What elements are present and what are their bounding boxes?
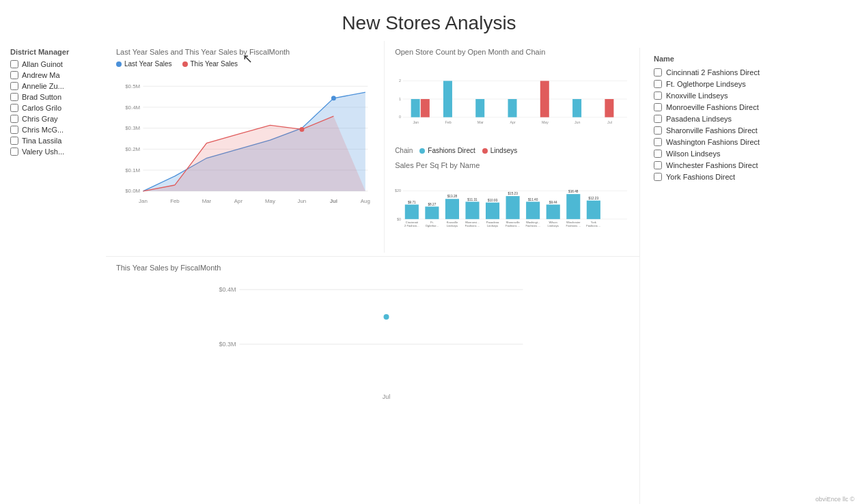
sidebar-item[interactable]: Tina Lassila xyxy=(10,137,99,145)
name-list-checkbox[interactable] xyxy=(654,68,662,76)
svg-text:Sharonville: Sharonville xyxy=(506,221,521,224)
sidebar-checkbox[interactable] xyxy=(10,137,18,145)
sidebar-checkbox[interactable] xyxy=(10,93,18,101)
sidebar-checkbox[interactable] xyxy=(10,148,18,156)
svg-text:$0.3M: $0.3M xyxy=(219,341,236,348)
name-list-title: Name xyxy=(654,55,844,63)
svg-text:Ft.: Ft. xyxy=(430,221,434,224)
sidebar-item[interactable]: Allan Guinot xyxy=(10,60,99,68)
highlight-dot-red xyxy=(299,127,304,132)
name-list-label: Washington Fashions Direct xyxy=(666,138,760,146)
sidebar-item[interactable]: Chris Gray xyxy=(10,115,99,123)
name-list-label: Wilson Lindseys xyxy=(666,150,720,158)
svg-text:Mar: Mar xyxy=(202,198,212,204)
svg-text:$0.3M: $0.3M xyxy=(125,125,140,131)
svg-rect-83 xyxy=(587,201,600,219)
name-list-checkbox[interactable] xyxy=(654,115,662,123)
svg-text:Apr: Apr xyxy=(234,198,243,204)
svg-text:$0.1M: $0.1M xyxy=(125,167,140,173)
sidebar-checkbox[interactable] xyxy=(10,104,18,112)
sidebar-item[interactable]: Carlos Grilo xyxy=(10,104,99,112)
name-list-label: York Fashions Direct xyxy=(666,173,735,181)
svg-text:Jul: Jul xyxy=(330,198,337,204)
name-list-item[interactable]: Pasadena Lindseys xyxy=(654,115,844,123)
svg-text:$0.2M: $0.2M xyxy=(125,146,140,152)
legend-this-year: This Year Sales xyxy=(182,60,238,68)
sidebar-item[interactable]: Chris McG... xyxy=(10,126,99,134)
name-list-checkbox[interactable] xyxy=(654,161,662,169)
sqft-chart-title: Sales Per Sq Ft by Name xyxy=(395,161,629,169)
name-list-item[interactable]: Winchester Fashions Direct xyxy=(654,161,844,169)
chain-legend: Chain Fashions Direct Lindseys xyxy=(395,147,629,154)
bottom-chart-svg: $0.4M $0.3M Jul xyxy=(116,276,629,412)
svg-rect-29 xyxy=(421,99,430,117)
chain-lindseys: Lindseys xyxy=(482,147,517,154)
svg-text:$9.71: $9.71 xyxy=(408,201,416,204)
svg-rect-47 xyxy=(405,205,419,219)
name-list-item[interactable]: Ft. Oglethorpe Lindseys xyxy=(654,80,844,88)
svg-text:$0.4M: $0.4M xyxy=(125,104,140,111)
name-list-checkbox[interactable] xyxy=(654,80,662,88)
highlight-dot-blue xyxy=(331,96,336,100)
legend-dot-last-year xyxy=(116,61,122,67)
name-list-checkbox[interactable] xyxy=(654,138,662,146)
svg-text:Oglethor...: Oglethor... xyxy=(426,224,439,227)
sidebar-checkbox[interactable] xyxy=(10,126,18,134)
name-list-label: Ft. Oglethorpe Lindseys xyxy=(666,80,746,88)
name-list-item[interactable]: Cincinnati 2 Fashions Direct xyxy=(654,68,844,76)
name-list-panel: Name Cincinnati 2 Fashions DirectFt. Ogl… xyxy=(639,48,858,504)
svg-text:$15.23: $15.23 xyxy=(508,192,518,195)
name-list-checkbox[interactable] xyxy=(654,150,662,158)
district-manager-filter: District Manager Allan GuinotAndrew MaAn… xyxy=(0,41,106,504)
svg-text:Feb: Feb xyxy=(170,198,180,204)
legend-label-last-year: Last Year Sales xyxy=(124,60,172,68)
sidebar-item[interactable]: Andrew Ma xyxy=(10,71,99,79)
svg-text:Jun: Jun xyxy=(575,120,581,124)
name-list-label: Knoxville Lindseys xyxy=(666,92,728,100)
name-list-item[interactable]: Knoxville Lindseys xyxy=(654,92,844,100)
sidebar-checkbox[interactable] xyxy=(10,71,18,79)
svg-rect-30 xyxy=(443,81,452,117)
sidebar-item-label: Carlos Grilo xyxy=(22,104,61,112)
svg-text:Jul: Jul xyxy=(383,393,391,400)
bottom-line-chart: This Year Sales by FiscalMonth $0.4M $0.… xyxy=(106,256,639,504)
name-list-item[interactable]: York Fashions Direct xyxy=(654,173,844,181)
name-list-checkbox[interactable] xyxy=(654,126,662,135)
name-list-item[interactable]: Washington Fashions Direct xyxy=(654,138,844,146)
svg-text:Jan: Jan xyxy=(139,198,148,204)
svg-rect-67 xyxy=(506,196,520,219)
svg-text:Fashions ...: Fashions ... xyxy=(506,224,520,227)
svg-text:May: May xyxy=(542,120,549,124)
sidebar-item[interactable]: Annelie Zu... xyxy=(10,82,99,90)
sidebar-checkbox[interactable] xyxy=(10,60,18,68)
chain-fashions-direct: Fashions Direct xyxy=(419,147,475,154)
svg-text:May: May xyxy=(265,198,275,204)
sidebar-checkbox[interactable] xyxy=(10,115,18,123)
svg-text:Fashions ...: Fashions ... xyxy=(465,224,480,227)
name-list-checkbox[interactable] xyxy=(654,92,662,100)
svg-text:Lindseys: Lindseys xyxy=(487,224,498,227)
svg-text:$13.28: $13.28 xyxy=(447,195,458,198)
svg-text:$16.48: $16.48 xyxy=(568,190,579,193)
svg-text:$0.0M: $0.0M xyxy=(125,188,140,194)
svg-text:Pasadena: Pasadena xyxy=(486,221,499,224)
name-list-item[interactable]: Monroeville Fashions Direct xyxy=(654,103,844,111)
svg-text:Lindseys: Lindseys xyxy=(447,224,458,227)
name-list-label: Monroeville Fashions Direct xyxy=(666,103,759,111)
name-list-item[interactable]: Wilson Lindseys xyxy=(654,150,844,158)
sidebar-item-label: Chris McG... xyxy=(22,126,64,134)
name-list-checkbox[interactable] xyxy=(654,173,662,181)
sidebar-checkbox[interactable] xyxy=(10,82,18,90)
svg-text:$11.31: $11.31 xyxy=(467,198,478,201)
svg-rect-75 xyxy=(546,205,560,219)
legend-label-this-year: This Year Sales xyxy=(191,60,238,68)
name-list-item[interactable]: Sharonville Fashions Direct xyxy=(654,126,844,135)
sidebar-item-label: Brad Sutton xyxy=(22,93,61,101)
svg-rect-51 xyxy=(425,206,439,219)
sidebar-item-label: Allan Guinot xyxy=(22,60,63,68)
name-list-checkbox[interactable] xyxy=(654,103,662,111)
sidebar-item[interactable]: Brad Sutton xyxy=(10,93,99,101)
svg-text:Apr: Apr xyxy=(510,120,516,124)
page-title: New Stores Analysis xyxy=(0,0,858,41)
sidebar-item[interactable]: Valery Ush... xyxy=(10,148,99,156)
